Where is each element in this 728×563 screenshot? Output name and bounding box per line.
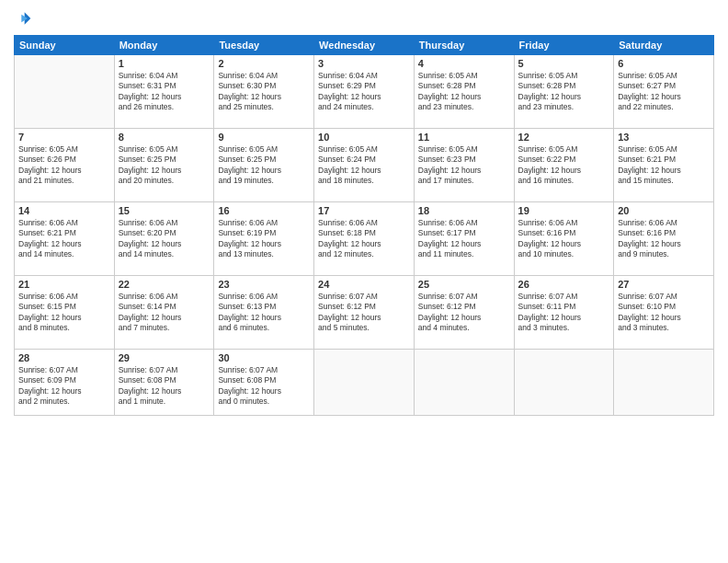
cell-info: Sunrise: 6:06 AM Sunset: 6:15 PM Dayligh…: [18, 292, 110, 334]
calendar-cell: 5Sunrise: 6:05 AM Sunset: 6:28 PM Daylig…: [514, 55, 614, 129]
calendar-cell: 18Sunrise: 6:06 AM Sunset: 6:17 PM Dayli…: [414, 202, 514, 276]
logo-icon: [14, 9, 32, 28]
day-number: 11: [418, 132, 510, 143]
cell-info: Sunrise: 6:06 AM Sunset: 6:17 PM Dayligh…: [418, 218, 510, 260]
calendar-cell: [15, 55, 115, 129]
cell-info: Sunrise: 6:05 AM Sunset: 6:25 PM Dayligh…: [218, 144, 310, 187]
cell-info: Sunrise: 6:05 AM Sunset: 6:26 PM Dayligh…: [18, 144, 110, 187]
day-number: 4: [418, 58, 510, 69]
calendar-cell: 26Sunrise: 6:07 AM Sunset: 6:11 PM Dayli…: [514, 276, 614, 350]
cell-info: Sunrise: 6:05 AM Sunset: 6:24 PM Dayligh…: [318, 144, 410, 187]
cell-info: Sunrise: 6:05 AM Sunset: 6:25 PM Dayligh…: [119, 144, 210, 187]
calendar-cell: 21Sunrise: 6:06 AM Sunset: 6:15 PM Dayli…: [15, 276, 115, 350]
calendar-cell: 8Sunrise: 6:05 AM Sunset: 6:25 PM Daylig…: [114, 129, 214, 202]
day-number: 17: [318, 205, 410, 216]
cell-info: Sunrise: 6:07 AM Sunset: 6:12 PM Dayligh…: [418, 292, 510, 334]
day-number: 25: [418, 279, 510, 290]
cell-info: Sunrise: 6:06 AM Sunset: 6:19 PM Dayligh…: [218, 218, 310, 260]
day-number: 30: [218, 352, 310, 363]
cell-info: Sunrise: 6:07 AM Sunset: 6:08 PM Dayligh…: [119, 365, 210, 408]
cell-info: Sunrise: 6:05 AM Sunset: 6:27 PM Dayligh…: [618, 71, 710, 113]
day-number: 16: [218, 205, 310, 216]
week-row-4: 21Sunrise: 6:06 AM Sunset: 6:15 PM Dayli…: [15, 276, 714, 350]
logo: [14, 9, 36, 28]
calendar-cell: [314, 350, 415, 416]
day-number: 27: [618, 279, 710, 290]
calendar-cell: 27Sunrise: 6:07 AM Sunset: 6:10 PM Dayli…: [614, 276, 714, 350]
day-number: 14: [18, 205, 110, 216]
day-number: 9: [218, 132, 310, 143]
day-number: 21: [18, 279, 110, 290]
cell-info: Sunrise: 6:06 AM Sunset: 6:20 PM Dayligh…: [119, 218, 210, 260]
cell-info: Sunrise: 6:07 AM Sunset: 6:11 PM Dayligh…: [518, 292, 610, 334]
calendar-cell: 7Sunrise: 6:05 AM Sunset: 6:26 PM Daylig…: [15, 129, 115, 202]
calendar-cell: 13Sunrise: 6:05 AM Sunset: 6:21 PM Dayli…: [614, 129, 714, 202]
calendar-cell: 14Sunrise: 6:06 AM Sunset: 6:21 PM Dayli…: [15, 202, 115, 276]
day-number: 20: [618, 205, 710, 216]
calendar-cell: 11Sunrise: 6:05 AM Sunset: 6:23 PM Dayli…: [414, 129, 514, 202]
cell-info: Sunrise: 6:07 AM Sunset: 6:09 PM Dayligh…: [18, 365, 110, 408]
day-number: 26: [518, 279, 610, 290]
cell-info: Sunrise: 6:06 AM Sunset: 6:16 PM Dayligh…: [518, 218, 610, 260]
cell-info: Sunrise: 6:06 AM Sunset: 6:18 PM Dayligh…: [318, 218, 410, 260]
calendar-cell: 15Sunrise: 6:06 AM Sunset: 6:20 PM Dayli…: [114, 202, 214, 276]
calendar-cell: [414, 350, 514, 416]
cell-info: Sunrise: 6:06 AM Sunset: 6:16 PM Dayligh…: [618, 218, 710, 260]
calendar-cell: 6Sunrise: 6:05 AM Sunset: 6:27 PM Daylig…: [614, 55, 714, 129]
calendar-cell: 17Sunrise: 6:06 AM Sunset: 6:18 PM Dayli…: [314, 202, 415, 276]
calendar-table: SundayMondayTuesdayWednesdayThursdayFrid…: [14, 35, 714, 416]
calendar-cell: 22Sunrise: 6:06 AM Sunset: 6:14 PM Dayli…: [114, 276, 214, 350]
calendar-cell: 2Sunrise: 6:04 AM Sunset: 6:30 PM Daylig…: [214, 55, 314, 129]
cell-info: Sunrise: 6:06 AM Sunset: 6:14 PM Dayligh…: [119, 292, 210, 334]
cell-info: Sunrise: 6:05 AM Sunset: 6:22 PM Dayligh…: [518, 144, 610, 187]
calendar-cell: 4Sunrise: 6:05 AM Sunset: 6:28 PM Daylig…: [414, 55, 514, 129]
day-number: 8: [119, 132, 210, 143]
day-header-friday: Friday: [514, 36, 614, 55]
day-header-wednesday: Wednesday: [314, 36, 415, 55]
day-number: 28: [18, 352, 110, 363]
day-number: 1: [119, 58, 210, 69]
calendar-cell: 29Sunrise: 6:07 AM Sunset: 6:08 PM Dayli…: [114, 350, 214, 416]
cell-info: Sunrise: 6:07 AM Sunset: 6:08 PM Dayligh…: [218, 365, 310, 408]
calendar-cell: 23Sunrise: 6:06 AM Sunset: 6:13 PM Dayli…: [214, 276, 314, 350]
cell-info: Sunrise: 6:05 AM Sunset: 6:21 PM Dayligh…: [618, 144, 710, 187]
cell-info: Sunrise: 6:06 AM Sunset: 6:13 PM Dayligh…: [218, 292, 310, 334]
calendar-cell: 28Sunrise: 6:07 AM Sunset: 6:09 PM Dayli…: [15, 350, 115, 416]
cell-info: Sunrise: 6:07 AM Sunset: 6:10 PM Dayligh…: [618, 292, 710, 334]
day-header-sunday: Sunday: [15, 36, 115, 55]
cell-info: Sunrise: 6:05 AM Sunset: 6:23 PM Dayligh…: [418, 144, 510, 187]
calendar-cell: 24Sunrise: 6:07 AM Sunset: 6:12 PM Dayli…: [314, 276, 415, 350]
cell-info: Sunrise: 6:04 AM Sunset: 6:31 PM Dayligh…: [119, 71, 210, 113]
cell-info: Sunrise: 6:05 AM Sunset: 6:28 PM Dayligh…: [518, 71, 610, 113]
day-number: 15: [119, 205, 210, 216]
week-row-2: 7Sunrise: 6:05 AM Sunset: 6:26 PM Daylig…: [15, 129, 714, 202]
calendar-cell: 19Sunrise: 6:06 AM Sunset: 6:16 PM Dayli…: [514, 202, 614, 276]
calendar-cell: 3Sunrise: 6:04 AM Sunset: 6:29 PM Daylig…: [314, 55, 415, 129]
day-header-monday: Monday: [114, 36, 214, 55]
day-number: 24: [318, 279, 410, 290]
day-number: 6: [618, 58, 710, 69]
calendar-cell: 16Sunrise: 6:06 AM Sunset: 6:19 PM Dayli…: [214, 202, 314, 276]
week-row-5: 28Sunrise: 6:07 AM Sunset: 6:09 PM Dayli…: [15, 350, 714, 416]
day-number: 7: [18, 132, 110, 143]
day-number: 12: [518, 132, 610, 143]
day-header-thursday: Thursday: [414, 36, 514, 55]
day-number: 13: [618, 132, 710, 143]
cell-info: Sunrise: 6:06 AM Sunset: 6:21 PM Dayligh…: [18, 218, 110, 260]
calendar-cell: 25Sunrise: 6:07 AM Sunset: 6:12 PM Dayli…: [414, 276, 514, 350]
calendar-cell: 12Sunrise: 6:05 AM Sunset: 6:22 PM Dayli…: [514, 129, 614, 202]
cell-info: Sunrise: 6:04 AM Sunset: 6:29 PM Dayligh…: [318, 71, 410, 113]
calendar-cell: 10Sunrise: 6:05 AM Sunset: 6:24 PM Dayli…: [314, 129, 415, 202]
day-header-saturday: Saturday: [614, 36, 714, 55]
day-number: 22: [119, 279, 210, 290]
day-header-tuesday: Tuesday: [214, 36, 314, 55]
calendar-cell: 30Sunrise: 6:07 AM Sunset: 6:08 PM Dayli…: [214, 350, 314, 416]
day-number: 19: [518, 205, 610, 216]
cell-info: Sunrise: 6:04 AM Sunset: 6:30 PM Dayligh…: [218, 71, 310, 113]
calendar-cell: 9Sunrise: 6:05 AM Sunset: 6:25 PM Daylig…: [214, 129, 314, 202]
day-number: 29: [119, 352, 210, 363]
header: [14, 9, 714, 28]
day-number: 2: [218, 58, 310, 69]
day-number: 23: [218, 279, 310, 290]
day-number: 10: [318, 132, 410, 143]
